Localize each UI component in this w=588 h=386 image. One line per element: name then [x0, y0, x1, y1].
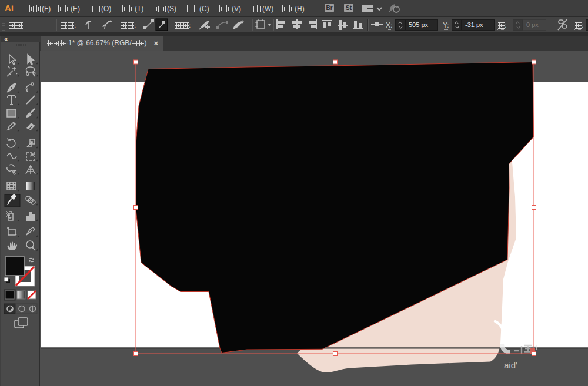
svg-text:aid': aid'	[504, 360, 517, 370]
